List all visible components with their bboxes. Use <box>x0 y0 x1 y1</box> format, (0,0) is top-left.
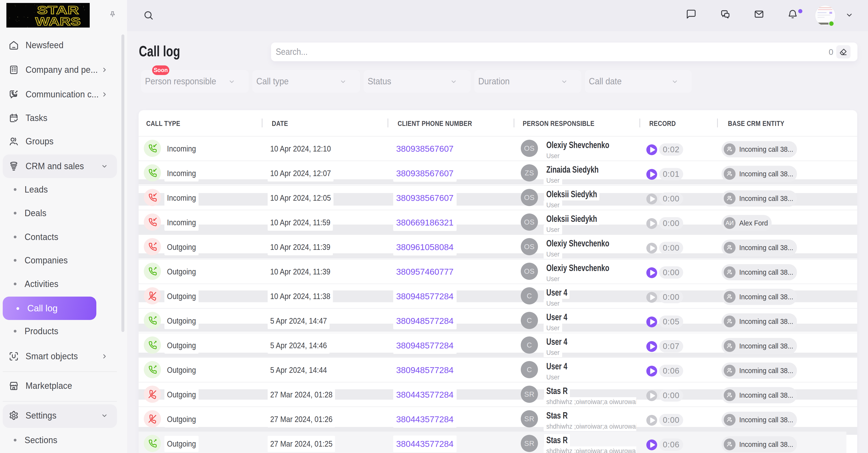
svg-text:WARS: WARS <box>35 15 81 28</box>
svg-text:STAR: STAR <box>37 4 79 17</box>
